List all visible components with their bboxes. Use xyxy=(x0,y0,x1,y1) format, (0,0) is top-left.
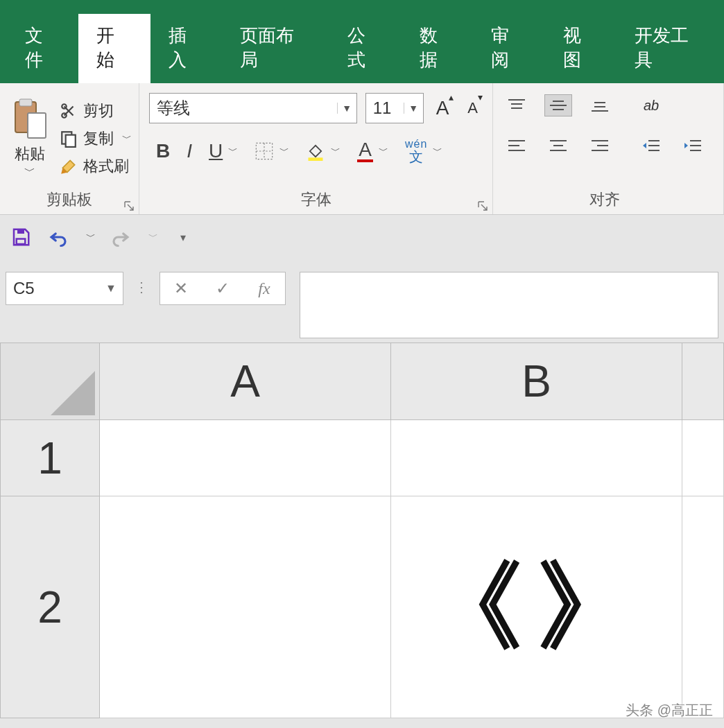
undo-dropdown[interactable]: ﹀ xyxy=(83,231,96,243)
fill-color-icon xyxy=(306,141,325,161)
tab-insert[interactable]: 插入 xyxy=(150,14,222,83)
borders-icon xyxy=(255,141,274,161)
tab-layout[interactable]: 页面布局 xyxy=(222,14,329,83)
svg-rect-36 xyxy=(17,229,24,234)
borders-dropdown[interactable]: ﹀ xyxy=(277,145,289,157)
accept-formula-button[interactable]: ✓ xyxy=(202,279,243,298)
bold-button[interactable]: B xyxy=(156,140,170,162)
font-size-combo[interactable]: 11 ▼ xyxy=(365,93,424,123)
font-color-button[interactable]: A ﹀ xyxy=(357,140,388,162)
name-box-value: C5 xyxy=(6,279,99,298)
column-header-a[interactable]: A xyxy=(100,343,391,420)
copy-button[interactable]: 复制 ﹀ xyxy=(60,128,132,149)
redo-button[interactable] xyxy=(108,225,133,250)
cut-button[interactable]: 剪切 xyxy=(60,101,132,121)
borders-button[interactable]: ﹀ xyxy=(255,141,289,161)
format-painter-button[interactable]: 格式刷 xyxy=(60,156,132,177)
font-dialog-launcher[interactable] xyxy=(477,200,488,211)
paste-dropdown[interactable]: ﹀ xyxy=(24,164,35,179)
phonetic-dropdown[interactable]: ﹀ xyxy=(430,145,442,157)
row-header-2[interactable]: 2 xyxy=(0,496,100,718)
align-top-button[interactable] xyxy=(503,94,531,116)
ribbon-tabs: 文件 开始 插入 页面布局 公式 数据 审阅 视图 开发工具 xyxy=(0,36,724,83)
group-clipboard: 粘贴 ﹀ 剪切 复制 ﹀ xyxy=(0,83,139,214)
cell-c2[interactable] xyxy=(682,496,724,718)
group-alignment: ab 对齐 xyxy=(493,83,724,214)
group-font: 等线 ▼ 11 ▼ A▴ A▾ B I U﹀ ﹀ xyxy=(139,83,493,214)
cell-b2[interactable]: 《》 xyxy=(391,496,682,718)
save-icon xyxy=(10,227,31,248)
scissors-icon xyxy=(60,102,78,120)
font-name-combo[interactable]: 等线 ▼ xyxy=(149,93,357,123)
font-size-dropdown[interactable]: ▼ xyxy=(404,103,423,114)
tab-formula[interactable]: 公式 xyxy=(329,14,401,83)
row-header-1[interactable]: 1 xyxy=(0,420,100,496)
svg-rect-1 xyxy=(19,99,32,106)
align-center-button[interactable] xyxy=(544,135,572,157)
fill-color-button[interactable]: ﹀ xyxy=(306,141,341,161)
column-header-c[interactable] xyxy=(682,343,724,420)
font-color-dropdown[interactable]: ﹀ xyxy=(376,145,388,157)
font-name-value: 等线 xyxy=(150,97,337,119)
orientation-button[interactable]: ab xyxy=(637,94,665,116)
tab-file[interactable]: 文件 xyxy=(7,14,78,83)
italic-button[interactable]: I xyxy=(187,140,192,162)
tab-view[interactable]: 视图 xyxy=(545,14,617,83)
font-name-dropdown[interactable]: ▼ xyxy=(337,103,356,114)
align-right-button[interactable] xyxy=(586,135,614,157)
svg-rect-35 xyxy=(17,239,26,245)
name-box[interactable]: C5 ▼ xyxy=(6,272,123,305)
cell-a2[interactable] xyxy=(100,496,391,718)
tab-review[interactable]: 审阅 xyxy=(473,14,544,83)
format-painter-label: 格式刷 xyxy=(83,156,129,177)
increase-font-button[interactable]: A▴ xyxy=(436,97,454,119)
underline-button[interactable]: U﹀ xyxy=(209,140,238,162)
undo-icon xyxy=(48,227,69,248)
tab-developer[interactable]: 开发工具 xyxy=(617,14,724,83)
align-left-button[interactable] xyxy=(503,135,531,157)
format-painter-icon xyxy=(60,157,78,175)
cancel-formula-button[interactable]: ✕ xyxy=(160,279,202,298)
formula-input[interactable] xyxy=(300,272,718,338)
phonetic-guide-button[interactable]: wén 文 ﹀ xyxy=(405,139,442,164)
alignment-group-label: 对齐 xyxy=(500,188,709,213)
clipboard-group-label: 剪贴板 xyxy=(7,188,132,213)
formula-bar-resizer[interactable]: ⋮ xyxy=(133,272,150,302)
copy-label: 复制 xyxy=(83,128,114,149)
save-button[interactable] xyxy=(8,225,33,250)
ribbon: 粘贴 ﹀ 剪切 复制 ﹀ xyxy=(0,83,724,215)
copy-dropdown[interactable]: ﹀ xyxy=(119,132,132,145)
paste-label: 粘贴 xyxy=(15,144,45,164)
clipboard-dialog-launcher[interactable] xyxy=(123,200,135,211)
decrease-font-button[interactable]: A▾ xyxy=(467,98,483,117)
name-box-dropdown[interactable]: ▼ xyxy=(99,282,123,295)
cell-c1[interactable] xyxy=(682,420,724,496)
qat-customize-dropdown[interactable]: ▾ xyxy=(178,231,186,244)
copy-icon xyxy=(60,130,78,148)
quick-access-toolbar: ﹀ ﹀ ▾ xyxy=(0,215,724,259)
undo-button[interactable] xyxy=(46,225,71,250)
insert-function-button[interactable]: fx xyxy=(243,279,285,298)
paste-icon xyxy=(11,98,49,141)
cell-b1[interactable] xyxy=(391,420,682,496)
orientation-icon: ab xyxy=(644,98,659,114)
paste-button[interactable]: 粘贴 ﹀ xyxy=(7,89,53,188)
phonetic-guide-icon: wén 文 xyxy=(405,139,427,164)
fill-color-dropdown[interactable]: ﹀ xyxy=(328,145,341,157)
cell-a1[interactable] xyxy=(100,420,391,496)
decrease-indent-button[interactable] xyxy=(637,135,665,157)
svg-rect-10 xyxy=(309,157,323,161)
tab-home[interactable]: 开始 xyxy=(78,14,150,83)
column-header-b[interactable]: B xyxy=(391,343,682,420)
increase-indent-button[interactable] xyxy=(679,135,707,157)
svg-rect-2 xyxy=(28,113,46,138)
align-bottom-button[interactable] xyxy=(586,94,614,116)
align-middle-button[interactable] xyxy=(544,94,572,116)
spreadsheet-grid: A B 1 2 《》 xyxy=(0,343,724,718)
redo-dropdown[interactable]: ﹀ xyxy=(146,231,158,243)
underline-dropdown[interactable]: ﹀ xyxy=(225,145,238,157)
font-group-label: 字体 xyxy=(146,188,485,213)
select-all-button[interactable] xyxy=(0,343,100,420)
tab-data[interactable]: 数据 xyxy=(402,14,473,83)
cell-b2-content: 《》 xyxy=(426,541,648,673)
